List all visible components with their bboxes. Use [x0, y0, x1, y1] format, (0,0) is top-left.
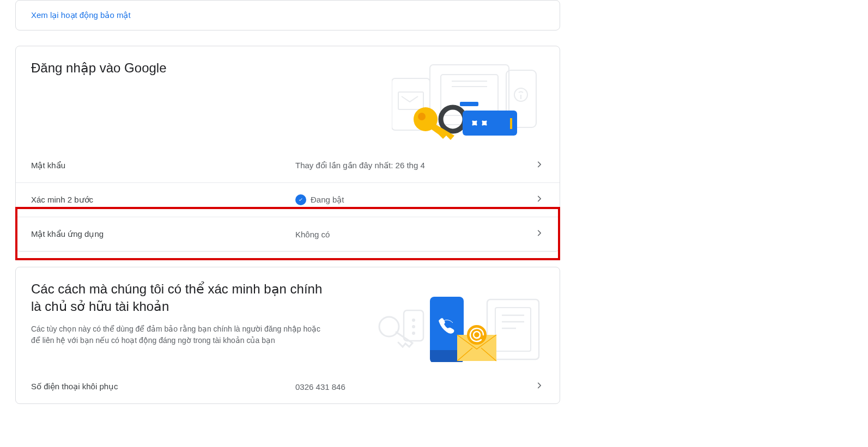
svg-point-9 [441, 107, 465, 131]
svg-point-20 [412, 332, 415, 335]
recovery-phone-label: Số điện thoại khôi phục [31, 382, 295, 391]
recovery-phone-value: 0326 431 846 [295, 382, 535, 391]
svg-point-11 [418, 113, 426, 120]
signin-illustration [392, 59, 544, 143]
svg-rect-15 [510, 118, 512, 129]
svg-point-16 [379, 317, 399, 336]
svg-rect-4 [460, 102, 478, 106]
recovery-illustration [370, 280, 544, 364]
svg-rect-22 [495, 308, 531, 351]
signin-card-title: Đăng nhập vào Google [31, 59, 167, 77]
two-step-verification-row[interactable]: Xác minh 2 bước Đang bật [16, 182, 560, 217]
chevron-right-icon [535, 160, 544, 172]
security-activity-card: Xem lại hoạt động bảo mật [15, 0, 560, 30]
chevron-right-icon [535, 381, 544, 393]
svg-point-19 [412, 325, 415, 328]
recovery-card-title: Các cách mà chúng tôi có thể xác minh bạ… [31, 280, 331, 316]
chevron-right-icon [535, 194, 544, 206]
password-label: Mật khẩu [31, 161, 295, 170]
app-passwords-value: Không có [295, 230, 535, 239]
two-step-value: Đang bật [295, 194, 535, 205]
signin-google-card: Đăng nhập vào Google [15, 46, 560, 252]
account-recovery-card: Các cách mà chúng tôi có thể xác minh bạ… [15, 267, 560, 404]
review-security-activity-link[interactable]: Xem lại hoạt động bảo mật [31, 10, 131, 20]
app-passwords-row[interactable]: Mật khẩu ứng dụng Không có [16, 217, 560, 251]
svg-point-18 [412, 319, 415, 322]
chevron-right-icon [535, 228, 544, 240]
recovery-phone-row[interactable]: Số điện thoại khôi phục 0326 431 846 [16, 370, 560, 403]
recovery-card-subtitle: Các tùy chọn này có thể dùng để đảm bảo … [31, 323, 331, 346]
svg-rect-12 [463, 111, 517, 136]
app-passwords-label: Mật khẩu ứng dụng [31, 229, 295, 239]
password-row[interactable]: Mật khẩu Thay đổi lần gần đây nhất: 26 t… [16, 149, 560, 182]
check-circle-icon [295, 194, 306, 205]
password-value: Thay đổi lần gần đây nhất: 26 thg 4 [295, 161, 535, 170]
two-step-label: Xác minh 2 bước [31, 195, 295, 205]
